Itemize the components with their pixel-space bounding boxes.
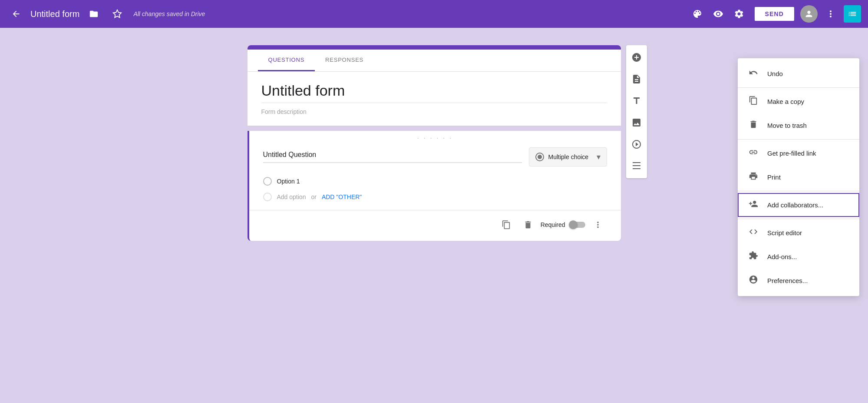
add-image-button[interactable]: [626, 112, 647, 133]
right-sidebar: [626, 45, 647, 178]
question-type-label: Multiple choice: [548, 153, 592, 160]
send-button[interactable]: SEND: [754, 6, 795, 22]
form-container: QUESTIONS RESPONSES Untitled form Form d…: [248, 45, 621, 386]
option-1-label[interactable]: Option 1: [277, 178, 300, 185]
link-icon: [748, 147, 759, 159]
add-option-text[interactable]: Add option: [277, 193, 306, 200]
divider-3: [738, 191, 859, 191]
folder-button[interactable]: [85, 5, 103, 23]
menu-item-add-collaborators[interactable]: Add collaborators...: [738, 193, 859, 217]
question-more-button[interactable]: [589, 216, 607, 234]
toggle-knob: [569, 220, 578, 229]
preview-button[interactable]: [709, 4, 728, 23]
tab-questions[interactable]: QUESTIONS: [258, 50, 315, 71]
trash-icon: [748, 120, 759, 131]
add-option-row: Add option or ADD "OTHER": [263, 189, 607, 205]
menu-move-to-trash-label: Move to trash: [767, 122, 807, 129]
more-menu-button[interactable]: [821, 4, 840, 23]
saved-status: All changes saved in Drive: [133, 10, 205, 17]
menu-print-label: Print: [767, 173, 781, 181]
add-other-button[interactable]: ADD "OTHER": [322, 193, 362, 200]
form-description-input[interactable]: Form description: [261, 103, 607, 119]
header-actions: SEND: [688, 4, 861, 23]
question-title-input[interactable]: [263, 151, 522, 163]
puzzle-icon: [748, 251, 759, 263]
add-section-button[interactable]: [626, 156, 647, 177]
menu-add-ons-label: Add-ons...: [767, 253, 797, 260]
settings-button[interactable]: [729, 4, 749, 23]
menu-item-print[interactable]: Print: [738, 165, 859, 189]
menu-pre-filled-label: Get pre-filled link: [767, 150, 816, 157]
menu-item-undo[interactable]: Undo: [738, 62, 859, 86]
person-settings-icon: [748, 275, 759, 286]
required-toggle[interactable]: [570, 222, 585, 228]
dropdown-menu: Undo Make a copy Move to trash Get pre-f…: [738, 58, 859, 296]
duplicate-question-button[interactable]: [497, 216, 515, 234]
drag-handle[interactable]: · · · · · ·: [249, 131, 621, 144]
add-person-icon: [748, 199, 759, 211]
option-radio: [263, 177, 272, 186]
tab-responses[interactable]: RESPONSES: [315, 50, 374, 71]
menu-preferences-label: Preferences...: [767, 277, 808, 284]
divider-1: [738, 87, 859, 88]
code-icon: [748, 227, 759, 239]
divider-2: [738, 139, 859, 140]
print-icon: [748, 171, 759, 183]
radio-inner: [538, 155, 542, 159]
add-question-button[interactable]: [626, 47, 647, 68]
menu-item-script-editor[interactable]: Script editor: [738, 221, 859, 245]
add-option-radio: [263, 193, 272, 201]
add-option-or: or: [311, 193, 316, 200]
form-title-section: Untitled form Form description: [248, 72, 621, 126]
menu-item-add-ons[interactable]: Add-ons...: [738, 245, 859, 269]
app-switcher[interactable]: [844, 5, 861, 23]
divider-4: [738, 219, 859, 219]
form-tabs: QUESTIONS RESPONSES: [248, 50, 621, 72]
menu-item-pre-filled-link[interactable]: Get pre-filled link: [738, 141, 859, 165]
form-header-card: QUESTIONS RESPONSES Untitled form Form d…: [248, 45, 621, 126]
add-video-button[interactable]: [626, 134, 647, 155]
menu-undo-label: Undo: [767, 70, 783, 77]
copy-icon: [748, 96, 759, 107]
undo-icon: [748, 68, 759, 80]
menu-item-preferences[interactable]: Preferences...: [738, 269, 859, 293]
menu-item-move-to-trash[interactable]: Move to trash: [738, 113, 859, 137]
question-type-select[interactable]: Multiple choice ▾: [529, 147, 607, 167]
main-content: QUESTIONS RESPONSES Untitled form Form d…: [0, 28, 868, 403]
form-title-input[interactable]: Untitled form: [261, 82, 607, 103]
menu-item-make-copy[interactable]: Make a copy: [738, 90, 859, 113]
required-section: Required: [541, 221, 585, 228]
question-card: · · · · · · Multiple choice ▾ Option 1: [248, 131, 621, 241]
menu-add-collaborators-label: Add collaborators...: [767, 201, 823, 209]
option-row: Option 1: [263, 173, 607, 189]
menu-script-editor-label: Script editor: [767, 229, 802, 236]
delete-question-button[interactable]: [519, 216, 537, 234]
radio-icon: [535, 153, 544, 161]
options-section: Option 1 Add option or ADD "OTHER": [249, 173, 621, 205]
required-label: Required: [541, 221, 565, 228]
menu-make-copy-label: Make a copy: [767, 98, 804, 105]
question-footer: Required: [249, 210, 621, 234]
question-row: Multiple choice ▾: [249, 144, 621, 173]
add-title-button[interactable]: [626, 90, 647, 111]
svg-marker-0: [113, 10, 121, 17]
header: Untitled form All changes saved in Drive…: [0, 0, 868, 28]
star-button[interactable]: [108, 5, 126, 23]
palette-button[interactable]: [688, 4, 707, 23]
chevron-down-icon: ▾: [597, 152, 601, 162]
user-avatar[interactable]: [800, 5, 818, 23]
import-questions-button[interactable]: [626, 69, 647, 90]
back-button[interactable]: [7, 5, 25, 23]
form-title-header: Untitled form: [30, 9, 79, 19]
